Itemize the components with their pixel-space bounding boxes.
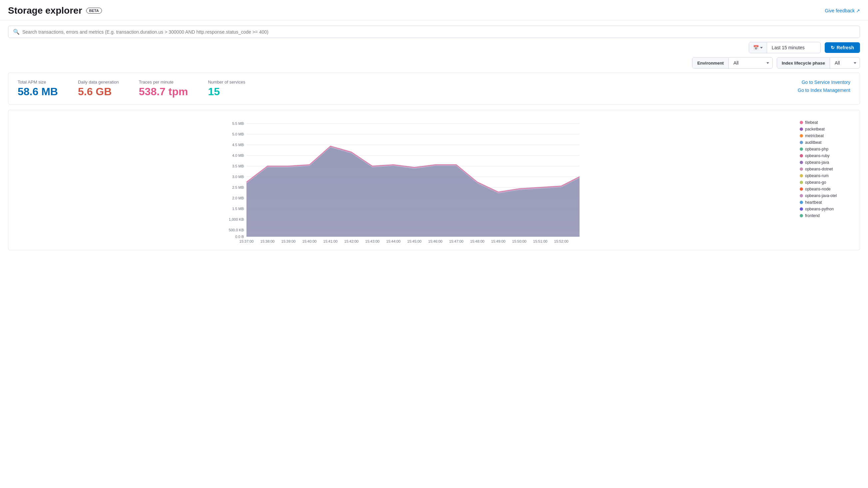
svg-text:15:39:00: 15:39:00 bbox=[281, 239, 296, 243]
svg-text:3.5 MB: 3.5 MB bbox=[232, 164, 244, 168]
refresh-button[interactable]: ↻ Refresh bbox=[825, 42, 860, 53]
chart-section: 5.5 MB 5.0 MB 4.5 MB 4.0 MB 3.5 MB 3.0 M… bbox=[8, 110, 860, 250]
legend-label: opbeans-rum bbox=[805, 173, 829, 178]
legend-dot bbox=[800, 128, 803, 131]
legend-item: opbeans-dotnet bbox=[800, 167, 853, 171]
stats-links: Go to Service Inventory Go to Index Mana… bbox=[798, 79, 850, 93]
lifecycle-filter-label: Index lifecycle phase bbox=[777, 58, 830, 68]
svg-text:15:50:00: 15:50:00 bbox=[512, 239, 527, 243]
lifecycle-select[interactable]: All hot warm cold frozen bbox=[830, 58, 860, 68]
legend-item: metricbeat bbox=[800, 133, 853, 138]
legend-dot bbox=[800, 187, 803, 191]
stat-daily-data-value: 5.6 GB bbox=[78, 86, 119, 98]
chevron-down-icon bbox=[760, 47, 763, 48]
legend-label: opbeans-python bbox=[805, 207, 834, 212]
give-feedback-link[interactable]: Give feedback ↗ bbox=[825, 8, 860, 13]
legend-dot bbox=[800, 214, 803, 217]
beta-badge: BETA bbox=[86, 8, 102, 14]
search-icon: 🔍 bbox=[13, 29, 20, 35]
legend-label: auditbeat bbox=[805, 140, 822, 145]
legend-dot bbox=[800, 201, 803, 204]
svg-text:15:37:00: 15:37:00 bbox=[240, 239, 254, 243]
legend-item: opbeans-php bbox=[800, 147, 853, 152]
svg-marker-26 bbox=[246, 145, 580, 237]
environment-filter[interactable]: Environment All production staging devel… bbox=[692, 57, 772, 69]
time-picker[interactable]: 📅 Last 15 minutes bbox=[749, 42, 821, 53]
lifecycle-filter[interactable]: Index lifecycle phase All hot warm cold … bbox=[777, 57, 860, 69]
legend-label: opbeans-ruby bbox=[805, 154, 829, 158]
svg-text:1,000 KB: 1,000 KB bbox=[229, 217, 244, 221]
chart-svg: 5.5 MB 5.0 MB 4.5 MB 4.0 MB 3.5 MB 3.0 M… bbox=[12, 117, 795, 243]
legend-dot bbox=[800, 121, 803, 124]
environment-select[interactable]: All production staging development bbox=[729, 58, 772, 68]
stats-section: Total APM size 58.6 MB Daily data genera… bbox=[8, 72, 860, 104]
legend-label: packetbeat bbox=[805, 127, 825, 131]
svg-text:5.5 MB: 5.5 MB bbox=[232, 122, 244, 126]
service-inventory-link[interactable]: Go to Service Inventory bbox=[802, 79, 850, 85]
external-link-icon: ↗ bbox=[856, 8, 860, 13]
legend-label: opbeans-java-otel bbox=[805, 193, 837, 198]
stat-traces-per-minute: Traces per minute 538.7 tpm bbox=[139, 79, 188, 98]
svg-text:15:48:00: 15:48:00 bbox=[470, 239, 485, 243]
svg-text:15:42:00: 15:42:00 bbox=[344, 239, 359, 243]
svg-text:500.0 KB: 500.0 KB bbox=[229, 228, 244, 232]
legend-label: opbeans-java bbox=[805, 160, 829, 165]
legend-dot bbox=[800, 161, 803, 164]
stat-daily-data: Daily data generation 5.6 GB bbox=[78, 79, 119, 98]
stat-services-value: 15 bbox=[208, 86, 245, 98]
stat-num-services: Number of services 15 bbox=[208, 79, 245, 98]
svg-text:15:49:00: 15:49:00 bbox=[491, 239, 506, 243]
legend-label: heartbeat bbox=[805, 200, 822, 205]
legend-item: opbeans-go bbox=[800, 180, 853, 185]
time-picker-value: Last 15 minutes bbox=[767, 42, 820, 53]
svg-text:15:44:00: 15:44:00 bbox=[386, 239, 401, 243]
legend-item: opbeans-java bbox=[800, 160, 853, 165]
stat-total-apm-value: 58.6 MB bbox=[18, 86, 58, 98]
legend-dot bbox=[800, 148, 803, 151]
stat-services-label: Number of services bbox=[208, 79, 245, 85]
legend-label: metricbeat bbox=[805, 133, 824, 138]
svg-text:15:46:00: 15:46:00 bbox=[428, 239, 443, 243]
legend-label: opbeans-go bbox=[805, 180, 826, 185]
header-left: Storage explorer BETA bbox=[8, 5, 102, 16]
svg-text:15:43:00: 15:43:00 bbox=[365, 239, 380, 243]
svg-text:2.0 MB: 2.0 MB bbox=[232, 196, 244, 200]
page-header: Storage explorer BETA Give feedback ↗ bbox=[0, 0, 868, 20]
legend-item: opbeans-python bbox=[800, 207, 853, 212]
svg-text:4.5 MB: 4.5 MB bbox=[232, 143, 244, 147]
chart-container: 5.5 MB 5.0 MB 4.5 MB 4.0 MB 3.5 MB 3.0 M… bbox=[12, 117, 853, 243]
svg-text:15:52:00: 15:52:00 bbox=[554, 239, 568, 243]
environment-select-wrapper: All production staging development bbox=[729, 58, 772, 68]
legend-label: frontend bbox=[805, 214, 820, 218]
svg-text:4.0 MB: 4.0 MB bbox=[232, 154, 244, 158]
lifecycle-select-wrapper: All hot warm cold frozen bbox=[830, 58, 860, 68]
legend-dot bbox=[800, 141, 803, 144]
index-management-link[interactable]: Go to Index Management bbox=[798, 88, 850, 93]
legend-dot bbox=[800, 194, 803, 197]
legend-item: opbeans-rum bbox=[800, 173, 853, 178]
svg-text:15:45:00: 15:45:00 bbox=[407, 239, 422, 243]
search-bar[interactable]: 🔍 bbox=[8, 26, 860, 38]
legend-item: packetbeat bbox=[800, 127, 853, 131]
svg-text:15:47:00: 15:47:00 bbox=[449, 239, 464, 243]
svg-text:1.5 MB: 1.5 MB bbox=[232, 207, 244, 211]
svg-text:15:51:00: 15:51:00 bbox=[533, 239, 548, 243]
svg-text:15:41:00: 15:41:00 bbox=[323, 239, 338, 243]
legend-item: frontend bbox=[800, 214, 853, 218]
search-input[interactable] bbox=[22, 29, 855, 35]
page-title: Storage explorer bbox=[8, 5, 82, 16]
legend-item: opbeans-java-otel bbox=[800, 193, 853, 198]
chart-legend: filebeatpacketbeatmetricbeatauditbeatopb… bbox=[800, 117, 853, 243]
legend-item: opbeans-ruby bbox=[800, 154, 853, 158]
legend-item: auditbeat bbox=[800, 140, 853, 145]
calendar-icon: 📅 bbox=[753, 45, 759, 50]
svg-text:5.0 MB: 5.0 MB bbox=[232, 132, 244, 136]
svg-text:0.0 B: 0.0 B bbox=[235, 235, 244, 239]
stat-total-apm-label: Total APM size bbox=[18, 79, 58, 85]
legend-dot bbox=[800, 181, 803, 184]
time-picker-icon-button[interactable]: 📅 bbox=[749, 42, 767, 53]
legend-dot bbox=[800, 154, 803, 158]
legend-label: opbeans-node bbox=[805, 187, 831, 191]
filter-row: Environment All production staging devel… bbox=[0, 57, 868, 72]
svg-text:3.0 MB: 3.0 MB bbox=[232, 175, 244, 179]
